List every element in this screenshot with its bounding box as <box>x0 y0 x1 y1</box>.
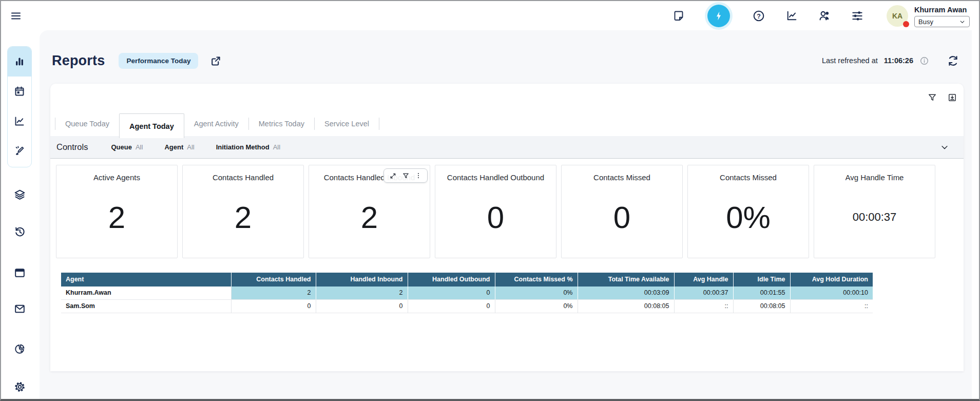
avatar-initials: KA <box>892 12 902 20</box>
topbar: ? KA Khurram Awan Busy <box>1 1 979 30</box>
col-avg-hold-duration[interactable]: Avg Hold Duration <box>790 273 873 287</box>
metric-value: 00:00:37 <box>853 182 897 258</box>
calendar-icon <box>13 85 26 98</box>
boost-button[interactable] <box>705 2 733 30</box>
avatar[interactable]: KA <box>887 5 908 27</box>
last-refreshed-time: 11:06:26 <box>884 56 913 65</box>
filter-initiation-method[interactable]: Initiation Method All <box>216 143 280 151</box>
sidebar-item-reports-pie[interactable] <box>7 337 32 360</box>
metric-value: 0 <box>613 182 630 258</box>
report-tabs: Queue Today Agent Today Agent Activity M… <box>55 84 964 136</box>
svg-text:?: ? <box>757 12 761 20</box>
metric-value: 2 <box>235 182 252 258</box>
metric-card-active-agents: Active Agents 2 <box>56 165 178 258</box>
col-handled-outbound[interactable]: Handled Outbound <box>408 273 495 287</box>
metric-title: Contacts Handled <box>213 173 274 182</box>
main-panel: Reports Performance Today Last refreshed… <box>40 30 972 399</box>
tab-metrics-today[interactable]: Metrics Today <box>249 113 314 134</box>
cell-value: 00:08:05 <box>578 300 674 313</box>
cell-value: 00:00:10 <box>790 287 873 300</box>
refresh-area: Last refreshed at 11:06:26 <box>822 54 959 67</box>
table-row: Sam.Som 0 0 0 0% 00:08:05 :: 00:08:05 :: <box>61 300 873 313</box>
col-handled-inbound[interactable]: Handled Inbound <box>316 273 408 287</box>
status-select[interactable]: Busy <box>914 16 970 27</box>
user-block: KA Khurram Awan Busy <box>887 4 970 27</box>
metric-card-contacts-missed: Contacts Missed 0 <box>561 165 683 258</box>
open-in-new-button[interactable] <box>209 54 222 67</box>
refresh-button[interactable] <box>947 54 959 67</box>
metric-cards-row: Active Agents 2 Contacts Handled 2 Conta… <box>56 165 935 258</box>
metric-card-contacts-handled: Contacts Handled 2 <box>182 165 304 258</box>
tab-agent-activity[interactable]: Agent Activity <box>184 113 248 134</box>
notes-button[interactable] <box>672 9 685 23</box>
metric-card-contacts-missed-pct: Contacts Missed 0% <box>687 165 809 258</box>
filter-queue[interactable]: Queue All <box>111 143 143 151</box>
filter-queue-value: All <box>136 143 143 151</box>
table-header-row: Agent Contacts Handled Handled Inbound H… <box>61 273 873 287</box>
sidebar-item-settings[interactable] <box>7 375 32 398</box>
col-idle-time[interactable]: Idle Time <box>733 273 790 287</box>
agent-metrics-table: Agent Contacts Handled Handled Inbound H… <box>61 273 873 313</box>
sidebar-item-customize[interactable] <box>8 136 31 166</box>
chevron-down-icon <box>940 143 949 152</box>
bar-chart-icon <box>13 55 26 68</box>
tab-agent-today[interactable]: Agent Today <box>119 113 184 138</box>
filter-agent-label: Agent <box>164 143 183 151</box>
cell-value: 00:00:37 <box>674 287 733 300</box>
sliders-icon <box>851 9 864 23</box>
col-contacts-handled[interactable]: Contacts Handled <box>231 273 316 287</box>
card-menu-button[interactable] <box>415 172 422 179</box>
sidebar-item-modules[interactable] <box>7 183 32 206</box>
info-icon <box>919 56 929 66</box>
page-header: Reports Performance Today Last refreshed… <box>52 49 959 72</box>
metric-value: 2 <box>108 182 125 258</box>
cell-value: 0 <box>408 287 495 300</box>
controls-collapse-button[interactable] <box>940 143 949 152</box>
sidebar-item-analytics[interactable] <box>8 106 31 136</box>
col-avg-handle[interactable]: Avg Handle <box>674 273 733 287</box>
cell-agent: Khurram.Awan <box>61 287 231 300</box>
sidebar-item-workspace[interactable] <box>7 261 32 284</box>
status-dot <box>903 21 909 27</box>
filter-queue-label: Queue <box>111 143 131 151</box>
col-total-time-available[interactable]: Total Time Available <box>578 273 674 287</box>
user-name: Khurram Awan <box>914 6 970 14</box>
help-button[interactable]: ? <box>752 9 765 23</box>
cell-value: 0 <box>231 300 316 313</box>
note-icon <box>672 10 685 22</box>
sidebar <box>1 30 40 399</box>
sidebar-item-messages[interactable] <box>7 297 32 320</box>
sidebar-item-history[interactable] <box>7 220 32 243</box>
gear-icon <box>13 380 26 393</box>
tab-separator <box>379 118 379 130</box>
filter-initiation-method-label: Initiation Method <box>216 143 270 151</box>
metric-value: 0% <box>726 182 771 258</box>
cell-value: 0% <box>495 287 578 300</box>
agents-button[interactable] <box>818 9 831 23</box>
card-filter-button[interactable] <box>402 172 410 180</box>
col-agent[interactable]: Agent <box>61 273 231 287</box>
info-button[interactable] <box>919 56 929 66</box>
col-contacts-missed-pct[interactable]: Contacts Missed % <box>495 273 578 287</box>
sidebar-item-dashboard[interactable] <box>8 47 31 77</box>
cell-value: 0 <box>408 300 495 313</box>
filter-agent-value: All <box>187 143 194 151</box>
metric-title: Avg Handle Time <box>846 173 904 182</box>
report-badge: Performance Today <box>119 53 198 69</box>
metrics-button[interactable] <box>785 9 798 23</box>
tab-queue-today[interactable]: Queue Today <box>55 113 119 134</box>
expand-card-button[interactable] <box>389 172 397 180</box>
window-frame: { "topbar": { "user": { "name": "Khurram… <box>0 0 980 401</box>
hamburger-menu-button[interactable] <box>10 10 22 22</box>
cell-value: 0 <box>316 300 408 313</box>
preferences-button[interactable] <box>851 9 864 23</box>
chevron-down-icon <box>959 18 966 25</box>
window-icon <box>13 266 26 279</box>
card-hover-toolbar <box>383 168 428 183</box>
report-content-card: Queue Today Agent Today Agent Activity M… <box>50 84 964 371</box>
sidebar-item-schedule[interactable] <box>8 77 31 106</box>
filter-agent[interactable]: Agent All <box>164 143 194 151</box>
metric-title: Contacts Handled Outbound <box>447 173 544 182</box>
tab-service-level[interactable]: Service Level <box>315 113 379 134</box>
history-icon <box>13 225 26 238</box>
